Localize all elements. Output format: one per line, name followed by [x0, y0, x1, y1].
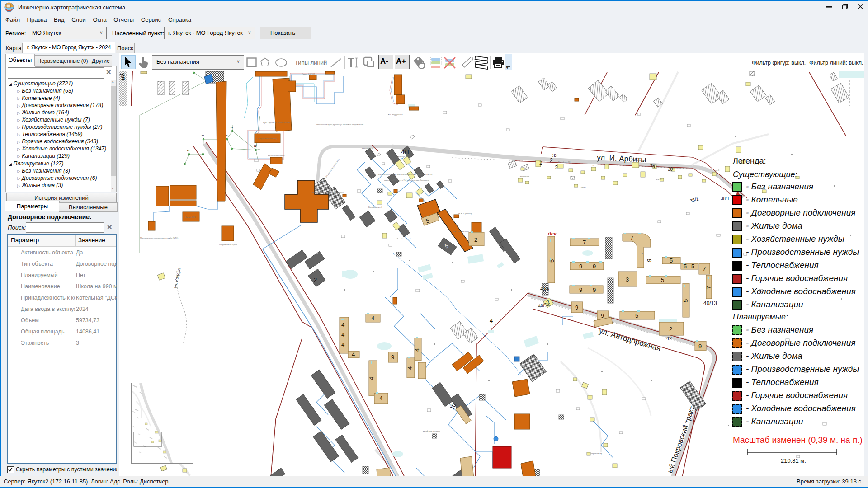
svg-text:5: 5 — [661, 277, 664, 283]
svg-text:тр-д 28: тр-д 28 — [656, 178, 662, 180]
svg-text:40/13: 40/13 — [703, 300, 717, 306]
svg-text:7а: 7а — [650, 164, 656, 169]
svg-text:5: 5 — [691, 263, 694, 270]
svg-text:2: 2 — [550, 157, 553, 164]
svg-text:3: 3 — [626, 276, 629, 283]
svg-text:Автобусный гараж: Автобусный гараж — [268, 154, 285, 156]
svg-text:СПИ (мангальный цех): СПИ (мангальный цех) — [256, 137, 277, 140]
svg-text:Вилюйская: Вилюйская — [635, 160, 644, 162]
svg-text:40/5: 40/5 — [540, 286, 549, 291]
svg-text:АО "Видрузаная": АО "Видрузаная" — [388, 113, 404, 116]
svg-text:Вилюйская ул. 6: Вилюйская ул. 6 — [368, 206, 382, 208]
svg-text:Вилюйская ул. 8.3: Вилюйская ул. 8.3 — [393, 155, 409, 158]
svg-text:КК: КК — [187, 150, 190, 152]
svg-text:2: 2 — [555, 164, 558, 171]
svg-text:9: 9 — [579, 286, 582, 293]
svg-text:2: 2 — [669, 326, 672, 333]
svg-text:жилой дом тепловая: жилой дом тепловая — [423, 430, 440, 432]
svg-text:Вилюйская: Вилюйская — [520, 175, 529, 178]
svg-text:4: 4 — [406, 366, 413, 370]
svg-text:БГУОТП Об-ворота Якутская АСС: БГУОТП Об-ворота Якутская АСС — [321, 158, 340, 185]
svg-text:9: 9 — [698, 343, 702, 350]
svg-text:38/1: 38/1 — [689, 196, 699, 203]
svg-text:9: 9 — [601, 312, 604, 319]
svg-text:42: 42 — [666, 336, 672, 341]
svg-text:ул: ул — [120, 73, 127, 80]
svg-text:гараж: гараж — [581, 186, 586, 188]
svg-text:5: 5 — [548, 259, 555, 263]
svg-text:5: 5 — [635, 312, 638, 319]
svg-text:2: 2 — [314, 277, 317, 283]
svg-text:4: 4 — [368, 377, 375, 380]
svg-text:30: 30 — [668, 167, 673, 172]
svg-text:ФАС России по РС (Я): ФАС России по РС (Я) — [453, 230, 473, 233]
svg-text:7: 7 — [703, 266, 706, 272]
svg-text:9: 9 — [593, 286, 596, 293]
svg-text:5: 5 — [684, 263, 687, 270]
svg-text:Гараж ЭСТОП: Гараж ЭСТОП — [302, 73, 315, 75]
svg-text:5: 5 — [670, 257, 673, 264]
svg-text:Кузн. здание В "Школа-Ракета": Кузн. здание В "Школа-Ракета" — [263, 122, 291, 124]
svg-text:4/1: 4/1 — [401, 148, 410, 155]
svg-text:4: 4 — [341, 321, 344, 328]
svg-text:9: 9 — [391, 354, 394, 361]
svg-text:4: 4 — [341, 341, 344, 348]
svg-text:2: 2 — [474, 236, 477, 243]
svg-text:Вилюйская ул. 9: Вилюйская ул. 9 — [397, 238, 411, 240]
svg-text:М-Н "Супротар": М-Н "Супротар" — [458, 212, 473, 215]
svg-text:9: 9 — [646, 258, 653, 263]
svg-text:38/1: 38/1 — [721, 196, 730, 201]
svg-text:Мебельный пункт драженцы тепло: Мебельный пункт драженцы тепловых отправ… — [316, 123, 364, 126]
svg-text:7а: 7а — [592, 164, 594, 167]
svg-text:Материальная техническая служб: Материальная техническая служба (МТС) — [140, 237, 179, 239]
svg-text:9: 9 — [593, 263, 596, 270]
svg-text:4: 4 — [379, 395, 382, 402]
svg-text:Подрезковый гараж: Подрезковый гараж — [219, 244, 237, 246]
svg-text:2: 2 — [539, 160, 542, 166]
svg-text:пер. 3: пер. 3 — [714, 169, 720, 171]
svg-text:5: 5 — [682, 299, 689, 302]
svg-text:Покровский тр.: Покровский тр. — [590, 452, 603, 455]
svg-text:9: 9 — [579, 263, 582, 270]
svg-text:4: 4 — [490, 317, 493, 324]
svg-text:дск: дск — [548, 231, 557, 236]
svg-text:7: 7 — [705, 286, 712, 289]
svg-text:Вилюйская ул. 1: Вилюйская ул. 1 — [362, 147, 376, 150]
svg-text:КК: КК — [254, 145, 257, 148]
svg-text:ый Покровский тракт: ый Покровский тракт — [666, 405, 696, 474]
svg-text:9: 9 — [575, 304, 578, 311]
svg-text:школа на 990 мест в 7х2 кварта: школа на 990 мест в 7х2 квартале мкр. За… — [384, 179, 429, 181]
svg-text:Мастерская (Склад - мастерские: Мастерская (Склад - мастерские АСС) АО "… — [378, 173, 433, 175]
svg-text:Вилюйская 33: Вилюйская 33 — [558, 161, 571, 163]
svg-text:4: 4 — [371, 315, 374, 322]
svg-text:КК: КК — [202, 135, 204, 137]
svg-text:33: 33 — [552, 153, 558, 158]
svg-text:КК: КК — [231, 127, 233, 129]
svg-text:Склад МТС: Склад МТС — [185, 216, 196, 218]
svg-text:4: 4 — [352, 351, 355, 358]
svg-text:ул. Ковдра: ул. Ковдра — [173, 268, 181, 289]
svg-text:7: 7 — [630, 235, 633, 241]
svg-text:4: 4 — [341, 331, 344, 338]
svg-text:7: 7 — [583, 239, 586, 246]
svg-text:4: 4 — [414, 348, 420, 352]
svg-text:Вольер Кузнецов плановая служб: Вольер Кузнецов плановая служба — [312, 192, 344, 194]
